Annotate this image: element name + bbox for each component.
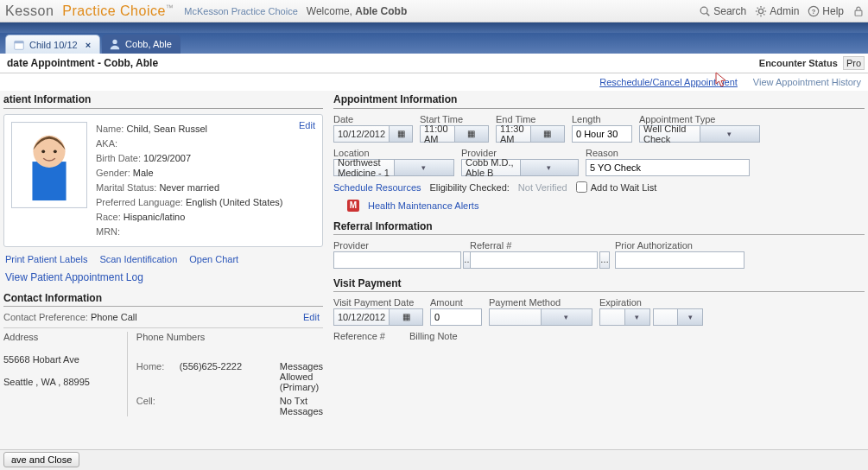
svg-rect-15 [15,41,24,43]
save-and-close-button[interactable]: ave and Close [3,452,79,467]
referral-provider-input[interactable] [333,251,461,269]
print-patient-labels-link[interactable]: Print Patient Labels [5,254,87,264]
patient-name: Child, Sean Russel [126,124,207,134]
expiration-month-select[interactable] [599,308,650,326]
calendar-icon[interactable]: ▦ [454,126,489,142]
chevron-down-icon[interactable] [541,309,592,325]
cursor-icon [715,72,729,89]
svg-point-16 [112,40,117,44]
person-icon [109,38,121,50]
appointment-info-title: Appointment Information [333,91,865,109]
address-line2: Seattle , WA , 88995 [3,377,120,387]
add-to-waitlist-checkbox[interactable] [576,181,587,193]
browse-button[interactable]: … [599,251,610,269]
chevron-down-icon[interactable] [700,126,760,142]
edit-patient-link[interactable]: Edit [299,120,315,130]
appt-date-input[interactable]: 10/12/2012▦ [333,125,413,143]
appointment-type-select[interactable]: Well Child Check [639,125,760,143]
svg-line-8 [763,14,764,15]
chevron-down-icon[interactable] [520,160,579,175]
svg-line-1 [706,13,709,16]
gear-icon [755,5,767,17]
close-icon[interactable]: × [86,40,91,50]
chevron-down-icon[interactable] [624,309,649,325]
health-maintenance-alerts-link[interactable]: Health Maintenance Alerts [368,200,478,211]
calendar-icon[interactable]: ▦ [389,309,422,325]
svg-text:?: ? [812,8,816,16]
svg-point-2 [759,9,763,13]
calendar-icon[interactable]: ▦ [530,126,565,142]
address-line1: 55668 Hobart Ave [3,354,120,365]
provider-select[interactable]: Cobb M.D., Able B [461,159,579,176]
home-phone: (556)625-2222 [180,361,273,392]
patient-info-box: Edit Name: Child, Sean Russel AKA: Birth… [3,114,323,247]
help-icon: ? [808,5,820,17]
contact-info-title: Contact Information [3,292,323,307]
eligibility-status: Not Verified [518,182,567,193]
lock-icon[interactable] [852,5,865,17]
admin-link[interactable]: Admin [755,5,799,17]
welcome: Welcome, Able Cobb [307,5,407,17]
length-input[interactable] [572,125,632,143]
contact-preference: Phone Call [91,312,137,322]
help-link[interactable]: ? Help [808,5,844,17]
svg-point-19 [33,136,65,168]
svg-line-9 [757,14,758,15]
open-chart-link[interactable]: Open Chart [189,254,238,264]
encounter-status-label: Encounter Status [759,58,838,68]
svg-line-10 [763,7,764,8]
patient-dob: 10/29/2007 [143,153,191,163]
brand-logo: Kesson Practice Choice™ [5,3,174,19]
chevron-down-icon[interactable] [394,160,454,175]
alert-icon: M [347,200,359,212]
calendar-icon [13,39,25,51]
schedule-resources-link[interactable]: Schedule Resources [333,182,421,193]
patient-info-title: atient Information [3,91,323,109]
visit-payment-date-input[interactable]: 10/12/2012▦ [333,308,423,326]
brand-sub: McKesson Practice Choice [184,6,297,16]
search-link[interactable]: Search [699,5,746,17]
expiration-year-select[interactable] [653,308,704,326]
svg-point-21 [54,149,57,153]
end-time-input[interactable]: 11:30 AM▦ [496,125,565,143]
view-appointment-history-link[interactable]: View Appointment History [753,77,861,87]
edit-contact-link[interactable]: Edit [303,312,320,322]
svg-line-7 [757,7,758,8]
prior-authorization-input[interactable] [615,251,744,269]
calendar-icon[interactable]: ▦ [389,126,412,142]
svg-rect-13 [855,10,862,16]
tab-child[interactable]: Child 10/12 × [5,35,100,54]
search-icon [699,5,711,17]
location-select[interactable]: Northwest Medicine - 1 [333,159,454,176]
patient-photo [11,122,87,208]
referral-info-title: Referral Information [333,220,865,235]
start-time-input[interactable]: 11:00 AM▦ [420,125,489,143]
reason-input[interactable] [586,159,750,176]
pro-badge[interactable]: Pro [843,56,865,70]
svg-point-20 [41,149,45,153]
chevron-down-icon[interactable] [677,309,702,325]
scan-identification-link[interactable]: Scan Identification [99,254,177,264]
phone-numbers-label: Phone Numbers [136,332,323,342]
page-title: date Appointment - Cobb, Able [7,57,158,69]
payment-method-select[interactable] [489,308,592,326]
address-label: Address [3,332,120,342]
referral-number-input[interactable] [470,251,598,269]
view-appointment-log-link[interactable]: View Patient Appointment Log [5,271,143,283]
svg-point-0 [700,7,707,14]
tab-patient[interactable]: Cobb, Able [102,35,181,54]
visit-payment-title: Visit Payment [333,277,865,292]
amount-input[interactable] [430,308,482,326]
